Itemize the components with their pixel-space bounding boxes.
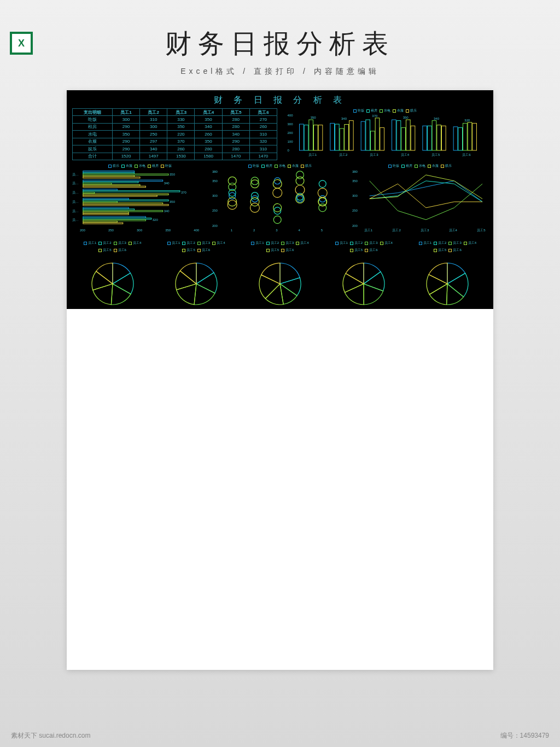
svg-text:350: 350 (311, 116, 317, 119)
svg-rect-15 (345, 124, 349, 150)
svg-rect-59 (83, 186, 146, 187)
svg-rect-57 (83, 183, 112, 184)
svg-rect-16 (349, 121, 354, 150)
legend-item: 水电 (415, 164, 425, 168)
svg-rect-42 (463, 123, 468, 150)
svg-text:380: 380 (212, 170, 218, 173)
svg-point-116 (273, 203, 282, 212)
svg-rect-79 (83, 212, 129, 213)
svg-text:员…: 员… (72, 209, 79, 213)
legend-item: 娱乐 (301, 164, 312, 168)
svg-point-113 (274, 178, 281, 184)
svg-text:350: 350 (170, 200, 176, 203)
svg-rect-5 (300, 124, 304, 150)
svg-rect-35 (432, 121, 436, 150)
svg-rect-23 (380, 127, 384, 150)
footer-brand: 素材天下 (11, 732, 37, 739)
footer-id: 14593479 (520, 732, 549, 739)
svg-point-123 (296, 177, 304, 185)
svg-rect-8 (314, 125, 318, 150)
svg-rect-73 (83, 205, 168, 206)
legend-item: 吃饭 (388, 164, 399, 168)
dashboard: 财 务 日 报 分 析 表 支出明细员工1员工2员工3员工4员工5员工6 吃饭3… (67, 90, 493, 309)
footer-right: 编号：14593479 (500, 731, 549, 740)
page-subtitle: Excel格式 / 直接打印 / 内容随意编辑 (0, 67, 560, 77)
svg-point-118 (273, 188, 282, 197)
svg-text:员…: 员… (72, 200, 79, 203)
svg-rect-40 (453, 127, 458, 150)
legend-item: 租房 (366, 108, 377, 113)
svg-text:320: 320 (464, 119, 470, 122)
footer-left: 素材天下 sucai.redocn.com (11, 731, 90, 740)
svg-rect-14 (340, 129, 344, 150)
svg-text:350: 350 (352, 179, 358, 183)
svg-text:员工5: 员工5 (477, 229, 486, 232)
svg-rect-7 (309, 120, 313, 150)
svg-text:员…: 员… (72, 218, 79, 221)
legend-item: 员工1 (335, 241, 348, 246)
svg-rect-34 (428, 126, 432, 150)
legend-item: 员工4 (380, 241, 393, 246)
pie-chart: 员工1员工2员工3员工4员工5员工6 (156, 241, 236, 314)
svg-rect-21 (371, 131, 375, 150)
legend-item: 衣服 (428, 164, 439, 168)
svg-text:200: 200 (288, 131, 294, 135)
legend-item: 员工5 (434, 248, 446, 253)
legend-item: 吃饭 (248, 164, 259, 168)
svg-text:员工2: 员工2 (392, 229, 400, 232)
svg-text:370: 370 (372, 114, 378, 118)
pie-chart: 员工1员工2员工3员工4员工5员工6 (240, 241, 320, 314)
svg-rect-44 (472, 123, 477, 150)
svg-rect-69 (83, 199, 129, 200)
svg-rect-28 (401, 127, 406, 150)
svg-rect-27 (396, 121, 401, 150)
svg-rect-19 (361, 121, 365, 150)
svg-rect-65 (83, 194, 168, 195)
svg-rect-55 (83, 180, 163, 181)
svg-text:300: 300 (352, 194, 358, 197)
svg-text:3: 3 (276, 229, 278, 232)
pie-chart-row: 员工1员工2员工3员工4员工5员工6员工1员工2员工3员工4员工5员工6员工1员… (72, 241, 488, 314)
svg-text:员工1: 员工1 (364, 229, 373, 232)
svg-point-109 (251, 180, 259, 188)
page-title: 财务日报分析表 (0, 26, 560, 61)
legend-item: 员工2 (266, 241, 279, 246)
svg-rect-37 (442, 126, 446, 150)
legend-item: 娱乐 (441, 164, 452, 168)
svg-text:340: 340 (164, 209, 170, 213)
legend-item: 员工6 (365, 248, 377, 253)
legend-item: 租房 (401, 164, 412, 168)
horizontal-bar-chart: 娱乐衣服水电租房吃饭 员…350员…340员…370员…350员…340员…32… (72, 164, 208, 237)
svg-rect-22 (375, 118, 380, 150)
legend-item: 娱乐 (406, 108, 417, 113)
svg-text:320: 320 (153, 218, 159, 221)
legend-item: 员工1 (84, 241, 96, 246)
legend-item: 租房 (261, 164, 272, 168)
legend-item: 员工3 (365, 241, 377, 246)
svg-rect-30 (411, 126, 415, 150)
svg-rect-66 (83, 195, 157, 196)
svg-text:340: 340 (341, 117, 347, 120)
legend-item: 员工5 (182, 248, 195, 253)
svg-text:250: 250 (212, 209, 218, 212)
svg-text:200: 200 (352, 224, 358, 227)
legend-item: 员工2 (434, 241, 446, 246)
svg-text:员…: 员… (72, 182, 79, 185)
svg-rect-63 (83, 191, 180, 192)
svg-rect-13 (335, 124, 340, 150)
legend-item: 水电 (380, 108, 390, 113)
legend-item: 吃饭 (353, 108, 364, 113)
svg-text:350: 350 (170, 173, 176, 176)
document-preview: 财 务 日 报 分 析 表 支出明细员工1员工2员工3员工4员工5员工6 吃饭3… (67, 90, 493, 670)
table-row: 水电350250220260340310 (73, 131, 277, 138)
footer-id-label: 编号： (500, 732, 520, 739)
table-row: 租房290300350340280260 (73, 123, 277, 131)
legend-item: 员工3 (197, 241, 210, 246)
svg-text:0: 0 (288, 149, 290, 152)
table-col-header: 员工6 (249, 109, 277, 116)
legend-item: 员工3 (281, 241, 294, 246)
svg-rect-84 (83, 218, 151, 219)
svg-text:250: 250 (352, 209, 358, 212)
bubble-chart: 吃饭租房水电衣服娱乐 20025030035038012345 (212, 164, 348, 237)
svg-point-132 (318, 188, 327, 197)
